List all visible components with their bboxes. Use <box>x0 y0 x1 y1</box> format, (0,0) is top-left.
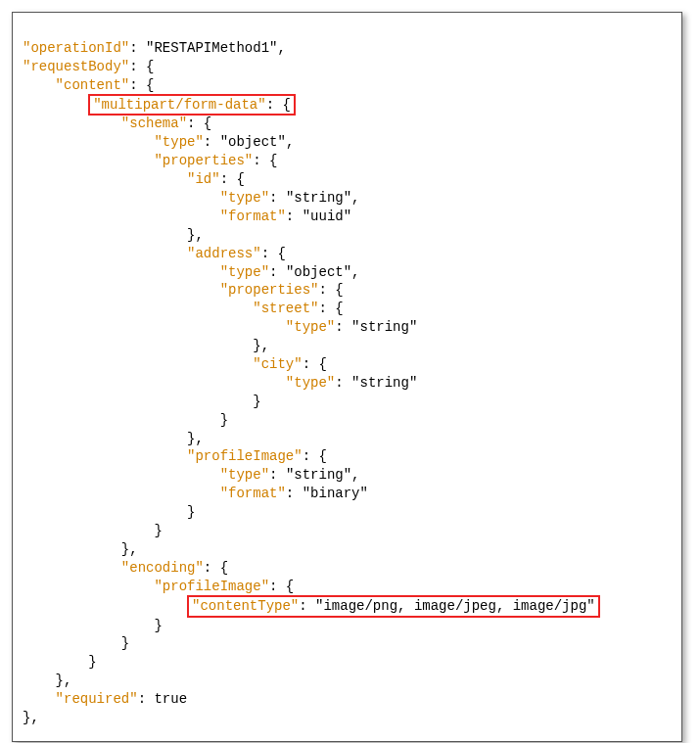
json-key: "profileImage" <box>154 579 269 594</box>
code-line: "type": "string" <box>23 319 417 335</box>
json-key: "format" <box>220 486 286 501</box>
code-line: "required": true <box>23 691 187 707</box>
code-line: "city": { <box>23 356 327 372</box>
json-value: "object" <box>220 134 286 150</box>
json-key: "type" <box>220 190 269 206</box>
code-line: "contentType": "image/png, image/jpeg, i… <box>23 598 600 614</box>
code-line: "profileImage": { <box>23 579 294 594</box>
json-key: "type" <box>286 375 335 391</box>
code-line: } <box>23 412 228 428</box>
code-line: "format": "uuid" <box>23 209 351 224</box>
code-line: "properties": { <box>23 282 344 298</box>
json-key: "properties" <box>220 282 319 298</box>
json-key: "type" <box>220 264 269 280</box>
json-key: "address" <box>187 246 261 261</box>
code-line: "type": "string", <box>23 190 360 206</box>
json-key: "profileImage" <box>187 448 303 464</box>
json-key: "multipart/form-data" <box>93 97 265 113</box>
code-line: } <box>23 394 261 409</box>
code-line: }, <box>23 541 138 557</box>
code-block: "operationId": "RESTAPIMethod1", "reques… <box>12 12 682 742</box>
code-line: "multipart/form-data": { <box>23 97 296 113</box>
json-key: "requestBody" <box>23 59 129 74</box>
json-key: "properties" <box>154 153 253 168</box>
json-value: "uuid" <box>303 209 351 224</box>
json-key: "contentType" <box>192 598 299 614</box>
code-line: "schema": { <box>23 116 211 131</box>
code-line: "requestBody": { <box>23 59 154 74</box>
json-value: "string" <box>351 375 417 391</box>
json-value: "image/png, image/jpeg, image/jpg" <box>315 598 595 614</box>
code-line: } <box>23 504 195 520</box>
code-line: }, <box>23 227 204 243</box>
json-key: "required" <box>56 691 138 707</box>
code-line: }, <box>23 431 204 446</box>
code-line: "profileImage": { <box>23 448 327 464</box>
code-line: "operationId": "RESTAPIMethod1", <box>23 40 286 56</box>
json-value: "string" <box>286 190 351 206</box>
code-line: "id": { <box>23 171 245 187</box>
json-value: "RESTAPIMethod1" <box>146 40 277 56</box>
json-key: "encoding" <box>121 560 204 576</box>
json-value: "binary" <box>303 486 368 501</box>
json-key: "type" <box>220 467 269 483</box>
highlight-box: "contentType": "image/png, image/jpeg, i… <box>187 595 600 618</box>
json-value: true <box>154 691 187 707</box>
code-line: }, <box>23 710 39 725</box>
code-line: } <box>23 635 129 651</box>
code-line: }, <box>23 673 71 688</box>
json-key: "content" <box>56 77 130 93</box>
code-line: "type": "string" <box>23 375 417 391</box>
code-line: "format": "binary" <box>23 486 368 501</box>
code-line: "content": { <box>23 77 154 93</box>
code-line: "street": { <box>23 301 344 316</box>
json-key: "schema" <box>121 116 187 131</box>
json-value: "object" <box>286 264 351 280</box>
json-key: "type" <box>154 134 203 150</box>
code-line: "type": "object", <box>23 264 360 280</box>
json-value: "string" <box>351 319 417 335</box>
json-key: "city" <box>253 356 302 372</box>
code-line: "address": { <box>23 246 286 261</box>
json-key: "type" <box>286 319 335 335</box>
json-key: "operationId" <box>23 40 129 56</box>
json-key: "street" <box>253 301 318 316</box>
code-line: } <box>23 523 163 538</box>
highlight-box: "multipart/form-data": { <box>88 94 296 116</box>
code-line: }, <box>23 338 269 353</box>
json-key: "format" <box>220 209 286 224</box>
json-key: "id" <box>187 171 220 187</box>
code-line: "type": "object", <box>23 134 294 150</box>
code-line: } <box>23 618 163 633</box>
json-value: "string" <box>286 467 351 483</box>
code-line: } <box>23 654 97 670</box>
code-line: "properties": { <box>23 153 277 168</box>
code-line: "type": "string", <box>23 467 360 483</box>
code-line: "encoding": { <box>23 560 228 576</box>
